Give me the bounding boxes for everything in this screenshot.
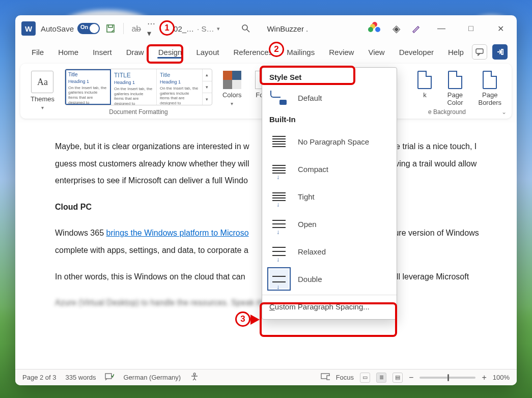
spacing-icon-tight <box>269 187 289 206</box>
status-page[interactable]: Page 2 of 3 <box>22 374 57 381</box>
style-set-item-1[interactable]: Title Heading 1 On the Insert tab, the g… <box>65 69 111 105</box>
saved-hint: · S… <box>197 24 214 33</box>
search-icon[interactable] <box>240 23 251 34</box>
print-layout-icon[interactable]: ≣ <box>376 373 386 383</box>
share-button[interactable] <box>492 44 508 60</box>
style2-h1: Heading 1 <box>114 80 153 86</box>
spacing-tight[interactable]: Tight <box>262 183 397 210</box>
style-set-item-2[interactable]: TITLE Heading 1 On the Insert tab, the g… <box>111 69 157 105</box>
style-set-gallery[interactable]: Title Heading 1 On the Insert tab, the g… <box>65 69 212 105</box>
themes-button[interactable]: Aa Themes ▾ <box>27 69 58 112</box>
save-icon[interactable] <box>105 23 116 34</box>
spacing-compact[interactable]: Compact <box>262 155 397 183</box>
tab-layout[interactable]: Layout <box>189 45 226 60</box>
custom-mnemonic: C <box>269 302 275 311</box>
spacing-tight-label: Tight <box>298 192 315 201</box>
tab-help[interactable]: Help <box>441 45 471 60</box>
comments-button[interactable] <box>472 44 487 60</box>
gallery-expand-icon[interactable]: ▾ <box>203 93 212 105</box>
style3-title: Title <box>160 72 199 78</box>
tab-home[interactable]: Home <box>51 45 86 60</box>
spacing-default-label: Default <box>298 94 322 102</box>
style-set-item-3[interactable]: Title Heading 1 On the Insert tab, the g… <box>157 69 203 105</box>
spacing-default[interactable]: Default <box>262 86 397 110</box>
hyperlink-windows-platform[interactable]: brings the Windows platform to Microso <box>106 229 249 237</box>
svg-rect-8 <box>327 376 330 380</box>
status-language[interactable]: German (Germany) <box>123 374 181 381</box>
spacing-no-paragraph-space[interactable]: No Paragraph Space <box>262 128 397 155</box>
page-color-label: Page Color <box>447 91 463 106</box>
custom-rest: ustom Paragraph Spacing... <box>275 302 370 311</box>
zoom-out-button[interactable]: − <box>409 373 413 382</box>
display-settings-icon[interactable] <box>321 373 330 382</box>
close-button[interactable]: ✕ <box>490 18 511 39</box>
dropdown-section-builtin: Built-In <box>262 110 397 128</box>
dropdown-section-styleset: Style Set <box>262 68 397 86</box>
page-borders-button[interactable]: Page Borders <box>475 69 505 108</box>
strikethrough-icon[interactable]: ab̶ <box>131 23 142 34</box>
tab-file[interactable]: File <box>24 45 51 60</box>
maximize-button[interactable]: □ <box>461 18 481 39</box>
scroll-up-icon[interactable]: ▴ <box>203 69 212 81</box>
watermark-button-partial[interactable]: k <box>414 69 435 108</box>
style2-body: On the Insert tab, the galleries include… <box>114 87 153 105</box>
focus-label[interactable]: Focus <box>336 374 354 381</box>
document-title: WinBuzzer . <box>267 24 308 33</box>
colors-label: Colors <box>222 91 242 99</box>
tab-draw[interactable]: Draw <box>119 45 151 60</box>
autosave-toggle[interactable]: On <box>77 23 100 34</box>
spacing-custom[interactable]: Custom Paragraph Spacing... <box>262 297 397 316</box>
read-mode-icon[interactable]: ▭ <box>360 373 370 383</box>
autosave-control[interactable]: AutoSave On <box>41 23 100 34</box>
tab-insert[interactable]: Insert <box>86 45 119 60</box>
filename[interactable]: 02_… · S… ▾ <box>174 24 220 33</box>
page-color-button[interactable]: Page Color <box>444 69 466 108</box>
accessibility-icon[interactable] <box>190 373 199 382</box>
scroll-down-icon[interactable]: ▾ <box>203 81 212 94</box>
spacing-icon-double <box>269 269 289 289</box>
svg-rect-5 <box>105 374 111 379</box>
colors-icon <box>223 71 241 89</box>
tab-design[interactable]: Design <box>151 45 189 60</box>
svg-rect-4 <box>501 49 503 54</box>
svg-point-6 <box>193 373 195 375</box>
spacing-double-label: Double <box>298 275 322 283</box>
document-formatting-caption: Document Formatting <box>109 108 167 116</box>
page-background-group: k Page Color Page Borders <box>414 69 505 108</box>
web-layout-icon[interactable]: ▤ <box>393 373 403 383</box>
themes-label: Themes <box>31 95 54 103</box>
dropdown-separator <box>262 295 397 295</box>
filename-text: 02_… <box>174 24 194 33</box>
pen-icon[interactable] <box>411 23 422 34</box>
spacing-relaxed[interactable]: Relaxed <box>262 238 397 265</box>
spacing-open[interactable]: Open <box>262 210 397 238</box>
watermark-label-tail: k <box>423 91 427 99</box>
tab-review[interactable]: Review <box>322 45 361 60</box>
zoom-level[interactable]: 100% <box>493 374 510 381</box>
account-avatar-icon[interactable] <box>368 22 381 35</box>
gallery-scroll[interactable]: ▴ ▾ ▾ <box>203 69 212 105</box>
colors-button[interactable]: Colors ▾ <box>219 69 245 108</box>
tab-view[interactable]: View <box>361 45 391 60</box>
undo-dropdown-icon[interactable]: ⋯▾ <box>147 23 158 34</box>
zoom-slider[interactable] <box>419 377 475 379</box>
tab-mailings[interactable]: Mailings <box>279 45 322 60</box>
default-spacing-icon <box>269 90 289 106</box>
autosave-label: AutoSave <box>41 24 74 33</box>
spacing-double[interactable]: Double <box>262 265 397 293</box>
zoom-in-button[interactable]: + <box>482 373 486 382</box>
style1-h1: Heading 1 <box>68 79 107 84</box>
status-words[interactable]: 335 words <box>66 374 96 381</box>
spacing-none-label: No Paragraph Space <box>298 137 369 146</box>
ribbon-tabs: File Home Insert Draw Design Layout Refe… <box>15 42 517 62</box>
tab-references[interactable]: References <box>226 45 279 60</box>
svg-rect-3 <box>476 49 483 53</box>
chevron-down-icon: ▾ <box>217 25 220 32</box>
ribbon-collapse-icon[interactable]: ⌄ <box>501 108 507 116</box>
spacing-relaxed-label: Relaxed <box>298 247 326 256</box>
spellcheck-icon[interactable] <box>105 373 114 382</box>
minimize-button[interactable]: — <box>431 18 452 39</box>
page-background-caption-tail: e Background <box>428 108 466 116</box>
diamond-icon[interactable]: ◈ <box>390 23 402 34</box>
tab-developer[interactable]: Developer <box>392 45 441 60</box>
